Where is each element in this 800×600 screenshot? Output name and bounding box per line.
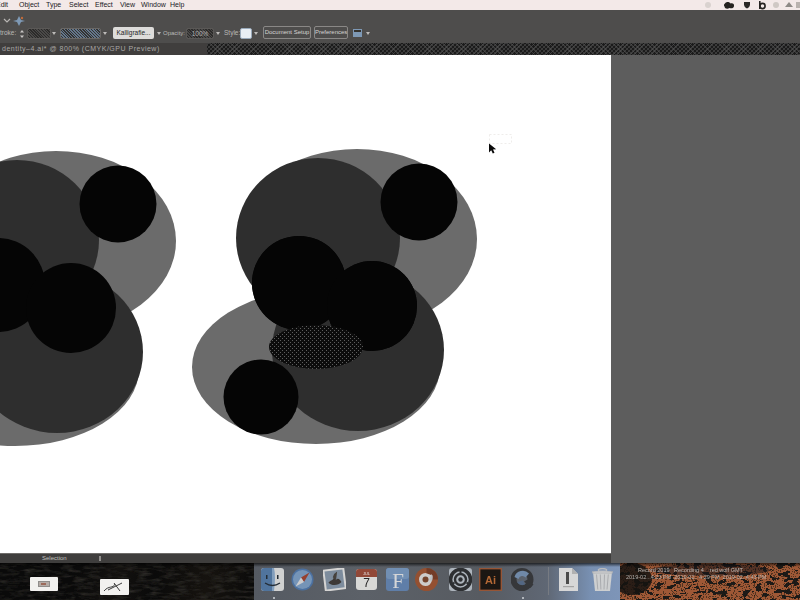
svg-text:JUL: JUL [363,571,371,576]
svg-text:Ai: Ai [485,574,496,586]
svg-text:2019-02...4:23 PM 2019-02...4: 2019-02...4:23 PM 2019-02...4:29 PM 2019… [626,574,767,580]
svg-text:F: F [392,569,404,591]
svg-text:Record 2019 Recording 4 r: Record 2019 Recording 4 red wolf GMT [638,567,743,573]
svg-text:7: 7 [363,576,370,590]
